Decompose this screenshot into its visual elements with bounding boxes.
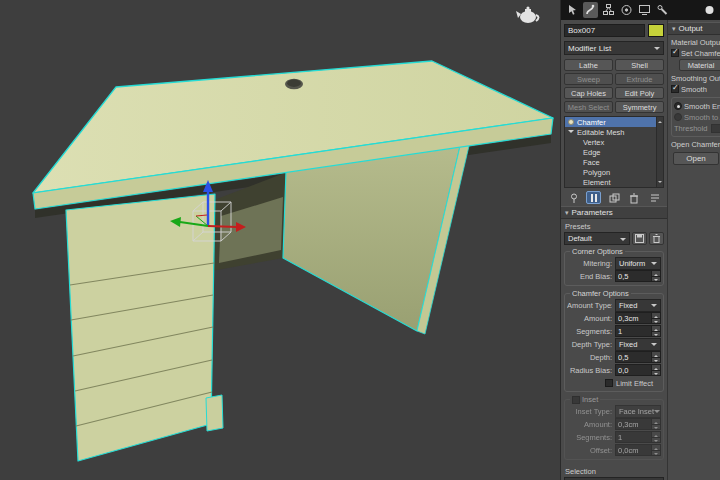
desk-grommet-inner (287, 80, 301, 87)
inset-amount-spinner: 0,3cm (615, 418, 661, 430)
radius-bias-spinner[interactable]: 0,0 (615, 364, 661, 376)
param-label: Segments: (567, 433, 612, 442)
expand-arrow-icon[interactable] (568, 130, 574, 136)
stack-toolbar (566, 191, 662, 204)
modifier-button-sweep[interactable]: Sweep (564, 73, 613, 85)
smoothing-group: Smooth Entire O Smooth to Adj Threshold (671, 97, 720, 137)
stack-item-label: Chamfer (577, 118, 606, 127)
viewport-canvas[interactable] (0, 0, 560, 480)
modifier-list-dropdown[interactable]: Modifier List (564, 41, 664, 55)
viewport[interactable] (0, 0, 560, 480)
save-preset-icon[interactable] (632, 232, 647, 245)
smoothing-output-label: Smoothing Outp (671, 74, 720, 83)
tab-utilities-icon[interactable] (655, 2, 670, 18)
inset-segments-spinner: 1 (615, 431, 661, 443)
amount-type-dropdown[interactable]: Fixed (615, 299, 661, 312)
smooth-entire-label: Smooth Entire O (684, 102, 720, 111)
inset-type-dropdown: Face Inset (615, 405, 661, 418)
corner-options-group: Corner Options Mitering: Uniform End Bia… (564, 251, 664, 286)
modifier-button-cap-holes[interactable]: Cap Holes (564, 87, 613, 99)
param-value: 0,3cm (618, 314, 651, 323)
modifier-button-shell[interactable]: Shell (615, 59, 664, 71)
desk-foot[interactable] (206, 395, 223, 431)
object-color-swatch[interactable] (648, 24, 664, 37)
make-unique-icon[interactable] (607, 191, 622, 204)
param-value: 0,5 (618, 353, 651, 362)
stack-item-edge[interactable]: Edge (565, 147, 663, 157)
stack-item-chamfer[interactable]: Chamfer (565, 117, 663, 127)
panel-menu-icon[interactable] (702, 2, 717, 18)
preset-dropdown[interactable]: Default (564, 232, 630, 245)
param-value: 0,0cm (618, 446, 651, 455)
smooth-to-adjacent-label: Smooth to Adj (684, 113, 720, 122)
param-value: 1 (618, 327, 651, 336)
object-name-input[interactable]: Box007 (564, 24, 645, 37)
stack-item-editable-mesh[interactable]: Editable Mesh (565, 127, 663, 137)
output-column: Output Material Output Set Chamfer M Mat… (667, 20, 720, 480)
command-panel-tabs (561, 0, 720, 20)
tab-display-icon[interactable] (637, 2, 652, 18)
stack-item-element[interactable]: Element (565, 177, 663, 187)
pin-stack-icon[interactable] (566, 191, 581, 204)
group-title: Inset (582, 395, 598, 404)
smooth-entire-radio[interactable] (674, 102, 682, 110)
end-bias-spinner[interactable]: 0,5 (615, 270, 661, 282)
material-output-label: Material Output (671, 38, 720, 47)
stack-item-label: Element (583, 178, 611, 187)
lightbulb-icon[interactable] (568, 119, 574, 125)
tab-create-icon[interactable] (565, 2, 580, 18)
param-label: Amount: (567, 420, 612, 429)
tab-modify-icon[interactable] (583, 2, 598, 18)
set-chamfer-material-label: Set Chamfer M (681, 49, 720, 58)
teapot-icon[interactable] (514, 4, 542, 26)
parameters-rollout-header[interactable]: Parameters (561, 206, 667, 219)
limit-effect-label: Limit Effect (616, 379, 653, 388)
output-rollout-header[interactable]: Output (668, 22, 720, 35)
selection-label: Selection (565, 467, 664, 476)
set-chamfer-material-checkbox[interactable] (671, 49, 679, 57)
modifier-button-extrude[interactable]: Extrude (615, 73, 664, 85)
modifier-button-mesh-select[interactable]: Mesh Select (564, 101, 613, 113)
depth-type-dropdown[interactable]: Fixed (615, 338, 661, 351)
param-value: 1 (618, 433, 651, 442)
amount-spinner[interactable]: 0,3cm (615, 312, 661, 324)
modifier-button-edit-poly[interactable]: Edit Poly (615, 87, 664, 99)
inset-group: Inset Inset Type: Face Inset Amount: 0,3… (564, 399, 664, 460)
mitering-dropdown[interactable]: Uniform (615, 257, 661, 270)
param-label: Amount: (567, 314, 612, 323)
param-label: Radius Bias: (567, 366, 612, 375)
segments-spinner[interactable]: 1 (615, 325, 661, 337)
stack-item-label: Vertex (583, 138, 604, 147)
limit-effect-checkbox[interactable] (605, 379, 613, 387)
modifier-button-symmetry[interactable]: Symmetry (615, 101, 664, 113)
stack-item-label: Edge (583, 148, 601, 157)
depth-spinner[interactable]: 0,5 (615, 351, 661, 363)
material-button[interactable]: Material (679, 59, 720, 71)
delete-preset-icon[interactable] (649, 232, 664, 245)
inset-offset-spinner: 0,0cm (615, 444, 661, 456)
smooth-checkbox[interactable] (671, 85, 679, 93)
tab-motion-icon[interactable] (619, 2, 634, 18)
stack-item-polygon[interactable]: Polygon (565, 167, 663, 177)
param-value: 0,5 (618, 272, 651, 281)
show-end-result-icon[interactable] (586, 191, 601, 204)
group-title: Chamfer Options (570, 289, 631, 298)
open-chamfer-button[interactable]: Open (673, 152, 719, 165)
param-label: Offset: (567, 446, 612, 455)
stack-scrollbar[interactable] (656, 117, 663, 187)
app-window: Box007 Modifier List Lathe Shell Sweep E… (0, 0, 720, 480)
configure-modifier-sets-icon[interactable] (647, 191, 662, 204)
param-label: Depth Type: (567, 340, 612, 349)
modifier-button-lathe[interactable]: Lathe (564, 59, 613, 71)
tab-hierarchy-icon[interactable] (601, 2, 616, 18)
command-panel: Box007 Modifier List Lathe Shell Sweep E… (560, 0, 720, 480)
param-label: End Bias: (567, 272, 612, 281)
stack-item-face[interactable]: Face (565, 157, 663, 167)
stack-item-label: Editable Mesh (577, 128, 625, 137)
inset-checkbox[interactable] (572, 396, 580, 404)
chamfer-options-group: Chamfer Options Amount Type: Fixed Amoun… (564, 293, 664, 392)
remove-modifier-icon[interactable] (627, 191, 642, 204)
rollout-title: Output (679, 24, 703, 33)
stack-item-vertex[interactable]: Vertex (565, 137, 663, 147)
param-value: 0,3cm (618, 420, 651, 429)
